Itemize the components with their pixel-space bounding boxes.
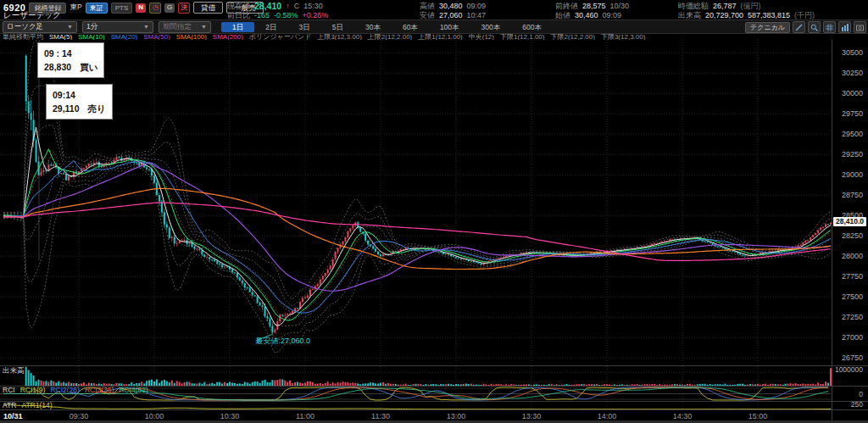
rci-pane-labels: RCIRCI1(9)RCI2(26)RCI3(36)RCI4(52) [3, 387, 148, 394]
high-low-block: 高値 30,480 09:09 安値 27,060 10:47 [420, 2, 486, 20]
period-tab-5日[interactable]: 5日 [321, 22, 354, 32]
legend-item: 中央(12) [469, 34, 494, 40]
chevron-down-icon: ▼ [201, 24, 207, 30]
alert-badge-icon: ◷ [149, 3, 161, 14]
period-tab-3日[interactable]: 3日 [287, 22, 320, 32]
toolbar-right-tools: テクニカル [745, 21, 866, 33]
svg-text:14:30: 14:30 [673, 412, 693, 420]
svg-text:29500: 29500 [842, 130, 863, 138]
prev-close-value: 28,575 [582, 2, 606, 10]
session-flag: C [294, 2, 300, 10]
svg-text:10/31: 10/31 [3, 412, 23, 420]
g-badge-icon: G [164, 3, 175, 13]
legend-item: SMA(20) [111, 34, 138, 40]
last-trade-time: 15:30 [303, 2, 323, 10]
buy-trade-tooltip: 09 : 14 28,830買い [37, 42, 104, 78]
period-tab-600本[interactable]: 600本 [511, 22, 553, 32]
chart-canvas[interactable]: 3050030250300002975029500292502900028750… [0, 40, 868, 423]
svg-text:10:00: 10:00 [145, 412, 164, 420]
indicator-legend: 単純移動平均 SMA(5)SMA(10)SMA(20)SMA(50)SMA(10… [3, 34, 865, 40]
market-cap-unit: (億円) [741, 1, 761, 12]
svg-text:1000000: 1000000 [835, 365, 863, 374]
grid-icon[interactable] [823, 21, 836, 33]
legend-item: 下限1(12,1.00) [500, 34, 544, 40]
tse-toggle[interactable]: 東証 [86, 3, 108, 14]
interval-dropdown[interactable]: 1分▼ [82, 21, 153, 33]
pts-change-percent: +0.26% [303, 11, 329, 19]
margin-button[interactable]: 貸借 [193, 2, 223, 14]
period-value: 期間指定 [163, 22, 192, 32]
sell-tooltip-side: 売り [88, 103, 106, 114]
svg-text:10:30: 10:30 [220, 412, 240, 420]
svg-text:11:00: 11:00 [296, 412, 314, 420]
svg-text:30000: 30000 [842, 89, 863, 97]
tick-direction-icon: ↑ [286, 2, 290, 10]
legend-item: SMA(100) [176, 34, 207, 40]
mcap-volume-block: 時価総額 26,787 (億円) 出来高 20,729,700 587,383,… [678, 2, 815, 20]
open-prevclose-block: 前終値 28,575 10/30 始値 30,460 09:09 [555, 2, 629, 20]
legend-item: SMA(50) [143, 34, 170, 40]
period-tab-300本[interactable]: 300本 [470, 22, 512, 32]
sell-tooltip-time: 09:14 [53, 88, 106, 102]
svg-text:最安値:27,060.0: 最安値:27,060.0 [254, 337, 310, 345]
current-price-block: 現在値 28,410 ↑ C 15:30 前日比 -165 -0.58% +0.… [227, 2, 328, 20]
low-label: 安値 [420, 10, 435, 21]
atr-pane-labels: ATRATR1(14) [3, 402, 53, 409]
nisa-badge-icon: N [136, 3, 146, 13]
legend-item: 上限2(12,2.00) [368, 34, 412, 40]
sma-legend-title: 単純移動平均 [3, 34, 43, 40]
svg-text:28250: 28250 [842, 231, 863, 240]
quote-header: 6920 銘柄登録 東P 東証 PTS N ◷ G 決 貸借 一般売 レーザーテ… [0, 0, 868, 20]
period-tab-60本[interactable]: 60本 [392, 22, 429, 32]
chevron-down-icon: ▼ [67, 24, 73, 30]
turnover-unit: (千円) [794, 10, 815, 21]
zoom-icon[interactable] [808, 21, 821, 33]
svg-text:27250: 27250 [842, 313, 863, 321]
current-price-tag: 28,410.0 [833, 217, 866, 226]
bollinger-legend-title: ボリンジャーバンド [249, 34, 312, 40]
technical-button[interactable]: テクニカル [745, 22, 790, 33]
bollinger-legend-items: 上限3(12,3.00)上限2(12,2.00)上限1(12,1.00)中央(1… [317, 34, 645, 40]
legend-item: 上限1(12,1.00) [418, 34, 462, 40]
period-tab-30本[interactable]: 30本 [354, 22, 392, 32]
interval-value: 1分 [86, 22, 97, 32]
chevron-down-icon: ▼ [143, 24, 149, 30]
pts-toggle[interactable]: PTS [111, 3, 133, 14]
rci-legend-item: RCI2(26) [50, 387, 79, 394]
prev-close-date: 10/30 [610, 2, 630, 10]
chart-type-value: ローソク足 [7, 22, 43, 32]
legend-item: SMA(10) [78, 34, 105, 40]
low-value: 27,060 [439, 11, 463, 19]
period-tab-1日[interactable]: 1日 [221, 22, 254, 32]
open-time: 09:09 [603, 11, 622, 19]
draw-line-icon[interactable] [793, 21, 805, 33]
sell-tooltip-price: 29,110 [53, 103, 80, 114]
chart-style-icon[interactable] [838, 21, 851, 33]
rci-legend-item: RCI3(36) [85, 387, 114, 394]
svg-text:0: 0 [859, 390, 863, 398]
high-time: 09:09 [467, 2, 487, 10]
market-cap-value: 26,787 [713, 2, 737, 10]
chart-type-dropdown[interactable]: ローソク足▼ [3, 21, 77, 33]
save-image-icon[interactable] [854, 21, 866, 33]
market-label: 東P [70, 3, 81, 13]
svg-text:11:30: 11:30 [371, 412, 390, 420]
open-value: 30,460 [575, 11, 598, 19]
svg-text:250: 250 [851, 400, 863, 409]
period-tab-2日[interactable]: 2日 [254, 22, 287, 32]
sma-legend-items: SMA(5)SMA(10)SMA(20)SMA(50)SMA(100)SMA(2… [49, 34, 243, 40]
svg-text:13:30: 13:30 [522, 412, 542, 420]
high-value: 30,480 [439, 2, 463, 10]
sell-trade-tooltip: 09:14 29,110売り [46, 84, 113, 120]
svg-text:30500: 30500 [842, 48, 863, 57]
svg-text:29250: 29250 [842, 150, 863, 159]
period-dropdown[interactable]: 期間指定▼ [159, 21, 211, 33]
svg-text:15:00: 15:00 [748, 412, 768, 420]
period-tabs: 1日2日3日5日30本60本100本300本600本 [221, 22, 553, 32]
svg-text:27500: 27500 [842, 292, 863, 301]
svg-text:28750: 28750 [842, 191, 863, 199]
legend-item: 下限3(12,3.00) [601, 34, 645, 40]
atr-legend-item: ATR [3, 402, 16, 409]
svg-text:29000: 29000 [842, 170, 863, 179]
period-tab-100本[interactable]: 100本 [429, 22, 470, 32]
